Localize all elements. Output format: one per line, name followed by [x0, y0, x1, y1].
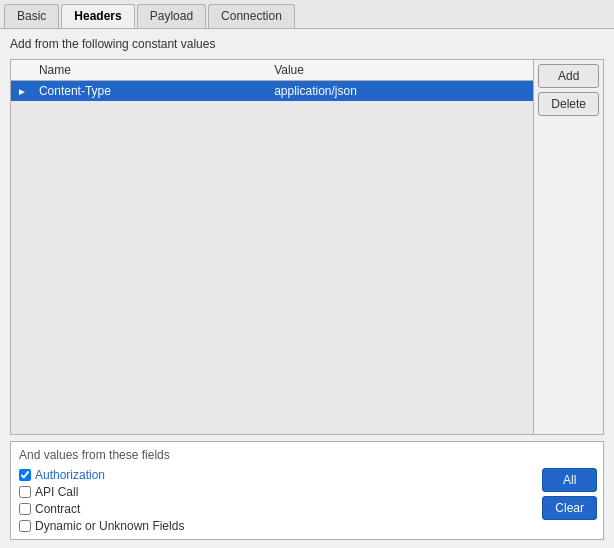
row-value-cell: application/json [268, 81, 533, 102]
tab-bar: Basic Headers Payload Connection [0, 0, 614, 29]
main-container: Basic Headers Payload Connection Add fro… [0, 0, 614, 548]
field-dynamic-checkbox[interactable] [19, 520, 31, 532]
table-section-label: Add from the following constant values [10, 37, 604, 51]
fields-action-buttons: All Clear [536, 466, 603, 522]
fields-section: And values from these fields Authorizati… [10, 441, 604, 540]
tab-content: Add from the following constant values N… [0, 29, 614, 548]
field-contract-checkbox[interactable] [19, 503, 31, 515]
tab-basic[interactable]: Basic [4, 4, 59, 28]
table-row[interactable]: ► Content-Type application/json [11, 81, 533, 102]
row-arrow-icon: ► [11, 81, 33, 102]
field-apicall-label: API Call [35, 485, 78, 499]
fields-section-label: And values from these fields [11, 446, 603, 466]
field-authorization-label: Authorization [35, 468, 105, 482]
col-value-header: Value [268, 60, 533, 81]
delete-button[interactable]: Delete [538, 92, 599, 116]
tab-connection[interactable]: Connection [208, 4, 295, 28]
fields-row: Authorization API Call Contract Dynamic … [11, 466, 603, 535]
col-name-header: Name [33, 60, 268, 81]
clear-button[interactable]: Clear [542, 496, 597, 520]
checkboxes-area: Authorization API Call Contract Dynamic … [11, 466, 536, 535]
field-contract[interactable]: Contract [19, 502, 528, 516]
field-contract-label: Contract [35, 502, 80, 516]
tab-headers[interactable]: Headers [61, 4, 134, 28]
all-button[interactable]: All [542, 468, 597, 492]
headers-table-wrapper: Name Value ► Content-Type application/js… [11, 60, 533, 434]
row-name-cell: Content-Type [33, 81, 268, 102]
table-action-buttons: Add Delete [533, 60, 603, 434]
field-apicall[interactable]: API Call [19, 485, 528, 499]
headers-table-container: Name Value ► Content-Type application/js… [10, 59, 604, 435]
field-dynamic[interactable]: Dynamic or Unknown Fields [19, 519, 528, 533]
field-apicall-checkbox[interactable] [19, 486, 31, 498]
tab-payload[interactable]: Payload [137, 4, 206, 28]
field-authorization-checkbox[interactable] [19, 469, 31, 481]
field-authorization[interactable]: Authorization [19, 468, 528, 482]
col-arrow-header [11, 60, 33, 81]
headers-table: Name Value ► Content-Type application/js… [11, 60, 533, 101]
add-button[interactable]: Add [538, 64, 599, 88]
field-dynamic-label: Dynamic or Unknown Fields [35, 519, 184, 533]
